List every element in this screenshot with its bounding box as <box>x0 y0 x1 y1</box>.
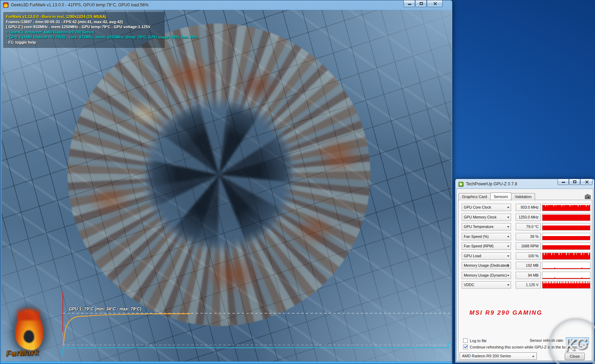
sensor-row: Fan Speed (RPM)1688 RPM <box>455 242 594 250</box>
sensor-value: 39 % <box>516 233 541 240</box>
sensor-history-graph <box>542 281 590 289</box>
tab-validation[interactable]: Validation <box>511 193 535 200</box>
sensor-row: Fan Speed (%)39 % <box>455 233 594 240</box>
furmark-maximize-button[interactable] <box>415 0 427 7</box>
furmark-osd-line: > OpenGL renderer: AMD Radeon R9 200 Ser… <box>6 30 162 35</box>
sensor-select[interactable]: GPU Core Clock <box>462 204 511 211</box>
chevron-down-icon <box>507 265 509 266</box>
sensor-history-graph <box>542 223 590 230</box>
maximize-icon <box>420 2 423 5</box>
maximize-icon <box>573 180 576 183</box>
minimize-icon <box>408 4 411 5</box>
sensor-label: GPU Load <box>464 254 481 258</box>
sensor-label: Fan Speed (RPM) <box>464 244 494 248</box>
furmark-app-icon <box>3 2 8 8</box>
furmark-logo: FurMark <box>5 307 62 360</box>
furmark-window: Geeks3D FurMark v1.13.0.0 - 41FPS, GPU0 … <box>0 0 453 364</box>
card-watermark: MSI R9 290 GAMING <box>469 309 542 316</box>
sensor-row: GPU Load100 % <box>455 252 594 260</box>
sensor-value: 100 % <box>516 252 541 260</box>
gpuz-window-title: TechPowerUp GPU-Z 0.7.8 <box>466 181 517 186</box>
chevron-down-icon <box>507 255 509 257</box>
furmark-osd-line: Frames:13897 - time:00:05:31 - FPS:42 (m… <box>6 19 162 25</box>
furmark-osd-line: - F1: toggle help <box>6 40 162 45</box>
close-icon <box>585 180 589 184</box>
sensor-value: 933.0 MHz <box>516 204 541 211</box>
sensor-label: GPU Memory Clock <box>464 215 497 219</box>
sensor-select[interactable]: Fan Speed (%) <box>462 233 511 240</box>
sensor-select[interactable]: GPU Temperature <box>462 223 511 230</box>
sensor-row: VDDC1.125 V <box>455 281 594 289</box>
furmark-osd-line: [ GPU-Z ] core:933MHz - mem:1250MHz - GP… <box>6 24 162 30</box>
sensor-value: 94 MB <box>516 272 541 279</box>
sensor-select[interactable]: GPU Memory Clock <box>462 214 511 221</box>
sensor-value: 79.0 °C <box>516 223 541 230</box>
furmark-osd-line: FurMark v1.13.0.0 - Burn-in test, 1280x1… <box>6 14 162 19</box>
chevron-down-icon <box>507 226 509 228</box>
gpuz-app-icon <box>459 182 463 187</box>
screenshot-camera-icon[interactable] <box>585 195 591 199</box>
gpuz-maximize-button[interactable] <box>569 179 580 185</box>
sensor-select[interactable]: GPU Load <box>462 252 511 260</box>
temp-graph-label: GPU 1: 79°C (min: 34°C - max: 79°C) <box>69 307 141 311</box>
graphics-card-select[interactable]: AMD Radeon R9 200 Series <box>460 352 537 360</box>
chevron-down-icon <box>507 284 509 286</box>
sensor-history-graph <box>542 272 590 279</box>
sensor-row: Memory Usage (Dynamic)94 MB <box>455 272 594 279</box>
furmark-close-button[interactable] <box>427 0 443 7</box>
sensor-value: 1.125 V <box>516 281 541 289</box>
sensor-label: VDDC <box>464 283 474 287</box>
sensor-label: GPU Temperature <box>464 224 493 229</box>
furmark-window-title: Geeks3D FurMark v1.13.0.0 - 41FPS, GPU0 … <box>11 2 148 7</box>
gpuz-minimize-button[interactable] <box>558 179 569 185</box>
chevron-down-icon <box>507 246 509 247</box>
sensor-history-graph <box>542 242 590 250</box>
sensor-select[interactable]: Fan Speed (RPM) <box>462 242 511 250</box>
furmark-osd-lines: FurMark v1.13.0.0 - Burn-in test, 1280x1… <box>6 14 162 45</box>
sensor-history-graph <box>542 204 590 211</box>
sensor-history-graph <box>542 252 590 260</box>
sensor-value: 192 MB <box>516 262 541 269</box>
furmark-minimize-button[interactable] <box>403 0 415 7</box>
sensor-label: Memory Usage (Dynamic) <box>464 273 507 277</box>
sensor-select[interactable]: Memory Usage (Dynamic) <box>462 272 511 279</box>
sensor-select[interactable]: VDDC <box>462 281 511 289</box>
sensor-history-graph <box>542 233 590 240</box>
gpuz-close-button[interactable] <box>580 179 593 185</box>
sensor-row: GPU Core Clock933.0 MHz <box>455 204 594 211</box>
sensor-value: 1688 RPM <box>516 242 541 250</box>
gpuz-tab-bar: Graphics CardSensorsValidation <box>459 193 535 200</box>
chevron-down-icon <box>507 217 509 218</box>
furmark-logo-text: FurMark <box>6 348 40 358</box>
furmark-osd-panel: FurMark v1.13.0.0 - Burn-in test, 1280x1… <box>3 12 165 48</box>
furmark-osd-line: > GPU 1 (AMD Radeon HD 7950) - core: 972… <box>6 35 162 40</box>
sensor-history-graph <box>542 262 590 269</box>
log-to-file-checkbox[interactable] <box>463 338 468 343</box>
sensor-row: Memory Usage (Dedicated)192 MB <box>455 262 594 269</box>
tab-sensors[interactable]: Sensors <box>490 192 511 200</box>
graphics-card-value: AMD Radeon R9 200 Series <box>462 354 511 358</box>
sensor-row: GPU Temperature79.0 °C <box>455 223 594 230</box>
sensor-label: Fan Speed (%) <box>464 234 489 239</box>
sensor-label: Memory Usage (Dedicated) <box>464 263 509 267</box>
temperature-graph <box>60 289 451 362</box>
sensor-value: 1250.0 MHz <box>516 214 541 221</box>
tab-graphics-card[interactable]: Graphics Card <box>459 193 491 200</box>
sensor-label: GPU Core Clock <box>464 205 491 209</box>
sensor-history-graph <box>542 214 590 221</box>
minimize-icon <box>562 182 565 183</box>
sensor-select[interactable]: Memory Usage (Dedicated) <box>462 262 511 269</box>
kitguru-initials: KG <box>563 334 589 355</box>
close-icon <box>433 2 437 6</box>
donut-center <box>145 101 293 249</box>
sensor-row: GPU Memory Clock1250.0 MHz <box>455 214 594 221</box>
chevron-down-icon <box>507 236 509 237</box>
furmark-render-viewport: FurMark v1.13.0.0 - Burn-in test, 1280x1… <box>2 10 451 362</box>
continue-refresh-checkbox[interactable] <box>463 345 468 349</box>
chevron-down-icon <box>532 356 534 357</box>
chevron-down-icon <box>507 275 509 276</box>
chevron-down-icon <box>507 207 509 208</box>
log-to-file-label: Log to file <box>470 339 487 343</box>
furmark-titlebar[interactable]: Geeks3D FurMark v1.13.0.0 - 41FPS, GPU0 … <box>0 0 452 10</box>
flame-icon <box>15 310 43 350</box>
